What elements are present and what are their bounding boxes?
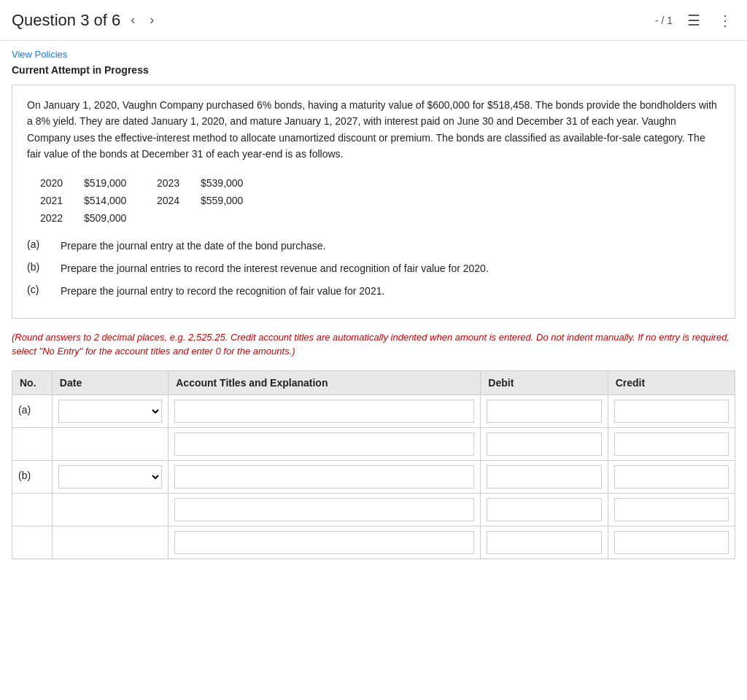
account-input-b1[interactable] <box>174 465 474 489</box>
sub-questions: (a) Prepare the journal entry at the dat… <box>27 238 720 299</box>
fv-year-2023: 2023 <box>151 174 195 192</box>
fv-year-2021: 2021 <box>34 192 78 209</box>
credit-input-b2[interactable] <box>614 498 729 521</box>
fv-value-2022: $509,000 <box>78 209 151 227</box>
fv-value-empty <box>195 209 268 227</box>
row-no-a: (a) <box>12 394 53 427</box>
table-row <box>12 427 735 460</box>
answer-table: No. Date Account Titles and Explanation … <box>12 370 735 559</box>
table-row: (a) Jan. 1, 2020 Jun. 30, 2020 Dec. 31, … <box>12 394 735 427</box>
fv-value-2023: $539,000 <box>195 174 268 192</box>
debit-input-b1[interactable] <box>487 465 601 489</box>
row-no-a2 <box>12 427 53 460</box>
debit-cell-b3 <box>481 526 608 559</box>
account-cell-a2 <box>169 427 481 460</box>
debit-cell-b2 <box>481 493 608 526</box>
fv-value-2024: $559,000 <box>195 192 268 209</box>
debit-input-a1[interactable] <box>487 400 601 423</box>
debit-cell-a1 <box>481 394 608 427</box>
account-cell-b3 <box>169 526 481 559</box>
date-cell-b3 <box>52 526 168 559</box>
question-title: Question 3 of 6 <box>12 11 120 30</box>
account-input-b3[interactable] <box>174 531 474 554</box>
header: Question 3 of 6 ‹ › - / 1 ☰ ⋮ <box>0 0 747 41</box>
col-header-debit: Debit <box>481 370 608 394</box>
date-cell-a2 <box>52 427 168 460</box>
debit-cell-a2 <box>481 427 608 460</box>
header-right: - / 1 ☰ ⋮ <box>655 10 735 31</box>
col-header-date: Date <box>52 370 168 394</box>
credit-cell-b3 <box>608 526 735 559</box>
page-indicator: - / 1 <box>655 15 673 26</box>
question-box: On January 1, 2020, Vaughn Company purch… <box>12 85 735 319</box>
credit-cell-b1 <box>608 460 735 493</box>
debit-input-a2[interactable] <box>487 432 601 456</box>
date-select-a1[interactable]: Jan. 1, 2020 Jun. 30, 2020 Dec. 31, 2020… <box>58 400 162 423</box>
fair-value-table: 2020 $519,000 2023 $539,000 2021 $514,00… <box>34 174 720 227</box>
instructions-text: (Round answers to 2 decimal places, e.g.… <box>12 330 735 359</box>
nav-prev-button[interactable]: ‹ <box>126 9 139 31</box>
credit-input-a2[interactable] <box>614 432 729 456</box>
sub-label-c: (c) <box>27 284 49 295</box>
credit-input-b3[interactable] <box>614 531 729 554</box>
account-input-b2[interactable] <box>174 498 474 521</box>
content-area: View Policies Current Attempt in Progres… <box>0 41 747 567</box>
table-row <box>12 526 735 559</box>
fv-year-2020: 2020 <box>34 174 78 192</box>
row-no-b: (b) <box>12 460 53 493</box>
fv-year-empty <box>151 209 195 227</box>
question-paragraph: On January 1, 2020, Vaughn Company purch… <box>27 97 720 163</box>
credit-cell-a2 <box>608 427 735 460</box>
col-header-credit: Credit <box>608 370 735 394</box>
account-input-a2[interactable] <box>174 432 474 456</box>
table-header-row: No. Date Account Titles and Explanation … <box>12 370 735 394</box>
fv-value-2020: $519,000 <box>78 174 151 192</box>
credit-cell-a1 <box>608 394 735 427</box>
table-row <box>12 493 735 526</box>
date-cell-b1: Jan. 1, 2020 Jun. 30, 2020 Dec. 31, 2020… <box>52 460 168 493</box>
sub-text-a: Prepare the journal entry at the date of… <box>61 238 325 254</box>
sub-question-a: (a) Prepare the journal entry at the dat… <box>27 238 720 254</box>
fv-year-2024: 2024 <box>151 192 195 209</box>
sub-text-c: Prepare the journal entry to record the … <box>61 284 384 299</box>
credit-cell-b2 <box>608 493 735 526</box>
table-row: (b) Jan. 1, 2020 Jun. 30, 2020 Dec. 31, … <box>12 460 735 493</box>
list-icon-button[interactable]: ☰ <box>684 10 703 31</box>
view-policies-link[interactable]: View Policies <box>12 49 67 60</box>
fv-year-2022: 2022 <box>34 209 78 227</box>
sub-text-b: Prepare the journal entries to record th… <box>61 261 489 276</box>
col-header-account: Account Titles and Explanation <box>169 370 481 394</box>
sub-label-b: (b) <box>27 261 49 273</box>
fv-value-2021: $514,000 <box>78 192 151 209</box>
date-cell-b2 <box>52 493 168 526</box>
sub-question-b: (b) Prepare the journal entries to recor… <box>27 261 720 276</box>
account-input-a1[interactable] <box>174 400 474 423</box>
date-cell-a1: Jan. 1, 2020 Jun. 30, 2020 Dec. 31, 2020… <box>52 394 168 427</box>
sub-label-a: (a) <box>27 238 49 250</box>
debit-input-b2[interactable] <box>487 498 601 521</box>
col-header-no: No. <box>12 370 53 394</box>
sub-question-c: (c) Prepare the journal entry to record … <box>27 284 720 299</box>
account-cell-a1 <box>169 394 481 427</box>
debit-cell-b1 <box>481 460 608 493</box>
account-cell-b1 <box>169 460 481 493</box>
header-left: Question 3 of 6 ‹ › <box>12 9 655 31</box>
account-cell-b2 <box>169 493 481 526</box>
current-attempt-label: Current Attempt in Progress <box>12 64 735 76</box>
credit-input-b1[interactable] <box>614 465 729 489</box>
debit-input-b3[interactable] <box>487 531 601 554</box>
more-options-button[interactable]: ⋮ <box>715 10 735 31</box>
nav-next-button[interactable]: › <box>145 9 158 31</box>
row-no-b3 <box>12 526 53 559</box>
row-no-b2 <box>12 493 53 526</box>
date-select-b1[interactable]: Jan. 1, 2020 Jun. 30, 2020 Dec. 31, 2020… <box>58 465 162 489</box>
credit-input-a1[interactable] <box>614 400 729 423</box>
